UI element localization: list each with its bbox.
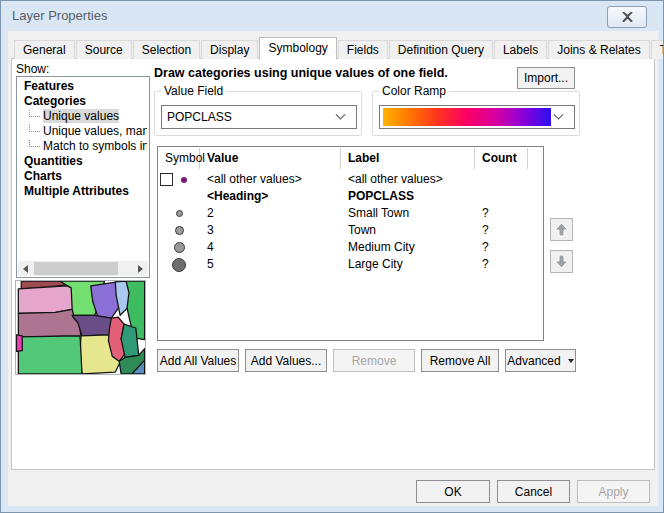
column-header-label[interactable]: Label bbox=[341, 148, 475, 169]
add-all-values-button[interactable]: Add All Values bbox=[157, 349, 239, 372]
value-field-combobox[interactable]: POPCLASS bbox=[161, 105, 357, 129]
tree-item-multiple-attributes[interactable]: Multiple Attributes bbox=[19, 184, 147, 199]
tree-item-unique-values[interactable]: Unique values bbox=[19, 109, 147, 124]
tab-source[interactable]: Source bbox=[76, 40, 132, 59]
tab-strip: GeneralSourceSelectionDisplaySymbologyFi… bbox=[14, 37, 664, 59]
color-ramp-gradient bbox=[383, 108, 551, 126]
all-other-values-symbol[interactable] bbox=[181, 177, 187, 183]
scroll-left-icon bbox=[23, 265, 28, 273]
value-field-selected-value: POPCLASS bbox=[162, 110, 337, 124]
table-row[interactable]: <all other values><all other values> bbox=[158, 171, 543, 188]
table-row[interactable]: 5Large City? bbox=[158, 256, 543, 273]
ok-button[interactable]: OK bbox=[416, 480, 490, 503]
symbol-cell bbox=[158, 205, 200, 222]
cancel-button[interactable]: Cancel bbox=[497, 480, 570, 503]
label-cell: Large City bbox=[341, 256, 475, 273]
column-header-symbol[interactable]: Symbol bbox=[158, 148, 200, 169]
tree-item-label: Multiple Attributes bbox=[24, 184, 129, 198]
map-region-indiana bbox=[121, 324, 139, 357]
arrow-down-icon bbox=[553, 253, 570, 270]
tab-general[interactable]: General bbox=[14, 40, 75, 59]
dialog-content: GeneralSourceSelectionDisplaySymbologyFi… bbox=[8, 31, 658, 506]
category-symbol[interactable] bbox=[174, 242, 185, 253]
move-down-button[interactable] bbox=[550, 250, 573, 273]
scroll-left-button[interactable] bbox=[18, 261, 33, 276]
tree-items: FeaturesCategoriesUnique valuesUnique va… bbox=[19, 79, 147, 199]
tree-item-match-to-symbols-in-a[interactable]: Match to symbols in a bbox=[19, 139, 147, 154]
label-cell: Medium City bbox=[341, 239, 475, 256]
label-cell: Small Town bbox=[341, 205, 475, 222]
map-preview bbox=[15, 280, 146, 375]
symbol-cell bbox=[158, 256, 200, 273]
window-title: Layer Properties bbox=[12, 8, 107, 23]
tab-display[interactable]: Display bbox=[201, 40, 258, 59]
value-field-group: Value Field POPCLASS bbox=[154, 91, 362, 136]
category-symbol[interactable] bbox=[176, 210, 183, 217]
tree-item-categories[interactable]: Categories bbox=[19, 94, 147, 109]
column-header-count[interactable]: Count bbox=[475, 148, 528, 169]
close-button[interactable] bbox=[607, 6, 647, 28]
count-cell: ? bbox=[475, 239, 528, 256]
tab-joins-relates[interactable]: Joins & Relates bbox=[548, 40, 649, 59]
value-cell: 4 bbox=[200, 239, 341, 256]
close-icon bbox=[622, 12, 633, 22]
tab-selection[interactable]: Selection bbox=[133, 40, 200, 59]
tree-horizontal-scrollbar[interactable] bbox=[18, 261, 148, 276]
table-header: SymbolValueLabelCount bbox=[158, 147, 543, 171]
map-region-kansas bbox=[18, 336, 82, 374]
count-cell bbox=[475, 188, 528, 205]
tree-item-label: Charts bbox=[24, 169, 62, 183]
tree-item-features[interactable]: Features bbox=[19, 79, 147, 94]
remove-all-button[interactable]: Remove All bbox=[421, 349, 499, 372]
tab-labels[interactable]: Labels bbox=[494, 40, 547, 59]
tree-item-label: Categories bbox=[24, 94, 86, 108]
tree-item-quantities[interactable]: Quantities bbox=[19, 154, 147, 169]
symbol-cell bbox=[158, 188, 200, 205]
import-button[interactable]: Import... bbox=[517, 67, 575, 89]
apply-button[interactable]: Apply bbox=[577, 480, 650, 503]
tree-item-label: Features bbox=[24, 79, 74, 93]
table-row[interactable]: <Heading>POPCLASS bbox=[158, 188, 543, 205]
table-row[interactable]: 4Medium City? bbox=[158, 239, 543, 256]
scrollbar-thumb[interactable] bbox=[34, 262, 118, 275]
label-cell: Town bbox=[341, 222, 475, 239]
map-preview-image bbox=[16, 281, 145, 374]
table-row[interactable]: 2Small Town? bbox=[158, 205, 543, 222]
tree-item-unique-values-many[interactable]: Unique values, many bbox=[19, 124, 147, 139]
tab-time[interactable]: Time bbox=[651, 40, 664, 59]
tab-fields[interactable]: Fields bbox=[338, 40, 388, 59]
tree-item-label: Quantities bbox=[24, 154, 83, 168]
value-cell: <all other values> bbox=[200, 171, 341, 188]
titlebar[interactable]: Layer Properties bbox=[1, 1, 663, 31]
scroll-right-icon bbox=[138, 265, 143, 273]
show-label: Show: bbox=[16, 62, 49, 76]
count-cell: ? bbox=[475, 205, 528, 222]
all-other-values-checkbox[interactable] bbox=[160, 173, 173, 186]
arrow-up-icon bbox=[553, 221, 570, 238]
symbol-cell bbox=[158, 171, 200, 188]
tab-symbology[interactable]: Symbology bbox=[259, 37, 336, 59]
tab-definition-query[interactable]: Definition Query bbox=[389, 40, 493, 59]
draw-method-heading: Draw categories using unique values of o… bbox=[154, 66, 514, 80]
chevron-down-icon bbox=[336, 109, 346, 119]
category-symbol[interactable] bbox=[175, 226, 184, 235]
tree-branch-line bbox=[29, 139, 40, 147]
count-cell: ? bbox=[475, 256, 528, 273]
remove-button[interactable]: Remove bbox=[333, 349, 415, 372]
label-cell: POPCLASS bbox=[341, 188, 475, 205]
tree-item-label: Unique values, many bbox=[43, 124, 147, 138]
column-header-value[interactable]: Value bbox=[200, 148, 341, 169]
table-row[interactable]: 3Town? bbox=[158, 222, 543, 239]
tree-item-charts[interactable]: Charts bbox=[19, 169, 147, 184]
category-symbol[interactable] bbox=[172, 258, 186, 272]
move-up-button[interactable] bbox=[550, 218, 573, 241]
add-values-button[interactable]: Add Values... bbox=[245, 349, 327, 372]
value-cell: <Heading> bbox=[200, 188, 341, 205]
tree-branch-line bbox=[29, 109, 40, 117]
color-ramp-combobox[interactable] bbox=[379, 105, 575, 129]
scroll-right-button[interactable] bbox=[133, 261, 148, 276]
advanced-button[interactable]: Advanced bbox=[505, 349, 576, 372]
symbol-cell bbox=[158, 222, 200, 239]
chevron-down-icon bbox=[554, 109, 564, 119]
label-cell: <all other values> bbox=[341, 171, 475, 188]
